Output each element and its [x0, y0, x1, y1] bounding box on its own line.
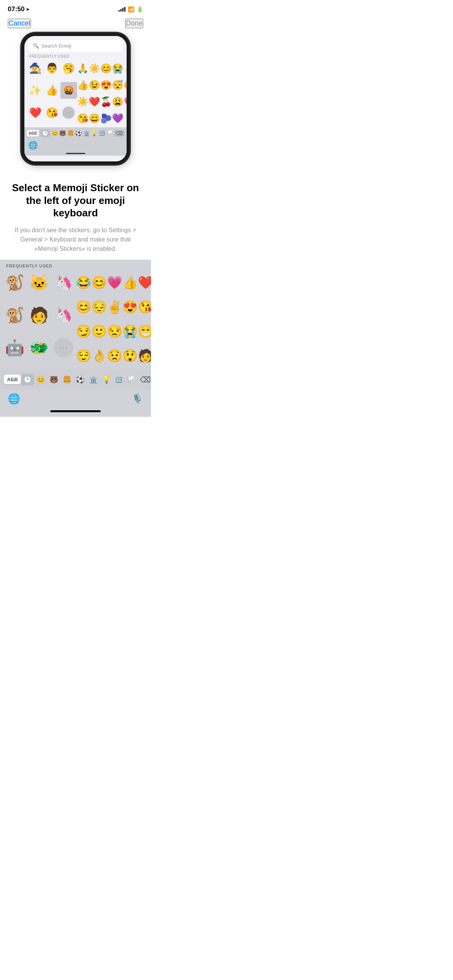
emoji-hearteyes[interactable]: 😍	[122, 295, 138, 319]
phone-category-row: АБВ 🕐 😊 🐻 🍔 ⚽ 🏛️ 💡 🔣 🏳️ ⌫	[24, 127, 127, 139]
emoji-worried[interactable]: 😟	[107, 344, 122, 368]
emoji-ok[interactable]: 👌	[91, 344, 107, 368]
smiley-btn-phone[interactable]: 😊	[51, 130, 58, 136]
sports-btn-phone[interactable]: ⚽	[75, 130, 82, 136]
emoji-smirk[interactable]: 😏	[76, 319, 91, 344]
phone-emoji-area: 🧙 👨 🥱 ✨ 👍 🤬 ❤️ 😘 ··· 🙏	[24, 60, 127, 127]
search-placeholder: Search Emoji	[41, 43, 71, 49]
emoji-relieved2[interactable]: 😌	[76, 344, 91, 368]
sticker-cell[interactable]: 👨	[43, 60, 60, 77]
cancel-button[interactable]: Cancel	[8, 19, 31, 28]
emoji-cell[interactable]: 🫐	[100, 110, 112, 127]
emoji-heart-pink[interactable]: 💗	[107, 271, 122, 295]
emoji-cell[interactable]: 😘	[77, 110, 89, 127]
food-category-btn[interactable]: 🍔	[60, 374, 74, 385]
sticker-unicorn[interactable]: 🦄	[51, 271, 76, 295]
emoji-cell[interactable]: 😊	[100, 60, 112, 77]
phone-kb-bottom: АБВ 🕐 😊 🐻 🍔 ⚽ 🏛️ 💡 🔣 🏳️ ⌫ 🌐	[24, 127, 127, 156]
emoji-laughing[interactable]: 😂	[76, 271, 91, 295]
emoji-cell[interactable]: 🙏	[77, 60, 89, 77]
microphone-button[interactable]: 🎙️	[132, 393, 143, 404]
delete-button[interactable]: ⌫	[137, 373, 151, 386]
emoji-cell[interactable]: 😍	[100, 77, 112, 93]
sticker-robot[interactable]: 🤖	[2, 336, 27, 360]
emoji-heart-red[interactable]: ❤️	[138, 271, 151, 295]
emoji-cell[interactable]: 😊	[124, 77, 127, 93]
emoji-cell[interactable]: 😴	[112, 77, 124, 93]
abc-btn-phone[interactable]: АБВ	[27, 130, 39, 137]
emoji-astonished[interactable]: 😲	[122, 344, 138, 368]
recent-category-btn[interactable]: 🕐	[21, 374, 34, 385]
keyboard-main-grid: 🐒 🐱 🦄 🐒 🧑 🦄 🤖 🐲 ··· 😂 😊 💗 👍	[0, 271, 151, 370]
sticker-cell[interactable]: ✨	[27, 82, 43, 99]
keyboard-bottom-actions: 🌐 🎙️	[0, 390, 151, 407]
phone-mockup-wrapper: 🔍 Search Emoji FREQUENTLY USED 🧙 👨 🥱 ✨ 👍…	[0, 33, 151, 172]
sticker-cell[interactable]: 🧙	[27, 60, 43, 77]
done-button[interactable]: Done	[125, 19, 143, 28]
emoji-smiling2[interactable]: 😊	[76, 295, 91, 319]
sports-category-btn[interactable]: ⚽	[74, 374, 87, 385]
more-dots: ···	[60, 343, 67, 352]
emoji-keyboard-section: FREQUENTLY USED 🐒 🐱 🦄 🐒 🧑 🦄 🤖 🐲 ···	[0, 260, 151, 407]
abc-button[interactable]: АБВ	[4, 375, 21, 384]
sticker-column: 🐒 🐱 🦄 🐒 🧑 🦄 🤖 🐲 ···	[2, 271, 76, 368]
objects-btn-phone[interactable]: 💡	[91, 130, 98, 136]
globe-btn-phone[interactable]: 🌐	[28, 140, 38, 150]
delete-btn-phone[interactable]: ⌫	[114, 130, 124, 137]
emoji-person-shrug[interactable]: 🧑	[138, 344, 151, 368]
sticker-cat[interactable]: 🐱	[27, 271, 51, 295]
emoji-victory[interactable]: ✌️	[107, 295, 122, 319]
sticker-monkey[interactable]: 🐒	[2, 271, 27, 295]
globe-button[interactable]: 🌐	[8, 393, 20, 405]
emoji-relieved[interactable]: 😔	[91, 295, 107, 319]
emoji-cell[interactable]: 💗	[124, 93, 127, 110]
sticker-dragon[interactable]: 🐲	[27, 336, 51, 360]
emoji-cell[interactable]: 😄	[89, 110, 100, 127]
sticker-cell[interactable]: ❤️	[27, 105, 43, 121]
emoji-cell[interactable]: 💜	[112, 110, 124, 127]
emoji-grinning[interactable]: 😁	[138, 319, 151, 344]
food-btn-phone[interactable]: 🍔	[67, 130, 74, 136]
emoji-cell[interactable]: ❤️	[89, 93, 100, 110]
emoji-cell[interactable]: 😭	[112, 60, 124, 77]
sticker-cell[interactable]: 👍	[43, 82, 60, 99]
sticker-unicorn2[interactable]: 🦄	[51, 303, 76, 327]
flags-category-btn[interactable]: 🏳️	[124, 374, 137, 385]
animals-category-btn[interactable]: 🐻	[47, 374, 60, 385]
animals-btn-phone[interactable]: 🐻	[59, 130, 66, 136]
sticker-cell[interactable]: 😘	[43, 105, 60, 121]
location-icon: ➤	[26, 7, 29, 12]
emoji-unamused[interactable]: 😒	[107, 319, 122, 344]
emoji-search-bar-phone[interactable]: 🔍 Search Emoji	[28, 40, 123, 52]
emoji-cell[interactable]: ☀️	[77, 93, 89, 110]
emoji-thumbsup[interactable]: 👍	[122, 271, 138, 295]
emoji-cell[interactable]: 🍒	[100, 93, 112, 110]
emoji-kiss[interactable]: 😘	[138, 295, 151, 319]
symbols-btn-phone[interactable]: 🔣	[99, 130, 105, 136]
objects-category-btn[interactable]: 💡	[100, 374, 113, 385]
smiley-category-btn[interactable]: 😊	[34, 374, 47, 385]
wifi-icon: 📶	[128, 6, 134, 12]
emoji-cell[interactable]: 😩	[112, 93, 124, 110]
emoji-cell[interactable]: 😉	[89, 77, 100, 93]
emoji-cell[interactable]: ☀️	[89, 60, 100, 77]
emoji-cell[interactable]: 👍	[77, 77, 89, 93]
travel-category-btn[interactable]: 🏛️	[87, 374, 100, 385]
symbols-category-btn[interactable]: 🔣	[113, 375, 124, 384]
sticker-cell[interactable]: 🥱	[60, 60, 77, 77]
emoji-neutral[interactable]: 🙂	[91, 319, 107, 344]
flags-btn-phone[interactable]: 🏳️	[106, 130, 113, 136]
emoji-smiling[interactable]: 😊	[91, 271, 107, 295]
emoji-crying[interactable]: 😭	[122, 319, 138, 344]
travel-btn-phone[interactable]: 🏛️	[83, 130, 90, 136]
search-icon: 🔍	[33, 43, 39, 49]
sticker-monkey2[interactable]: 🐒	[2, 303, 27, 327]
kb-category-row: АБВ 🕐 😊 🐻 🍔 ⚽ 🏛️ 💡 🔣 🏳️ ⌫	[0, 371, 151, 388]
more-sticker-btn[interactable]: ···	[60, 105, 77, 121]
emoji-cell[interactable]: 👌	[124, 60, 127, 77]
sticker-cell[interactable]: 🤬	[60, 82, 77, 99]
recent-btn-phone[interactable]: 🕐	[40, 129, 50, 137]
sticker-person[interactable]: 🧑	[27, 303, 51, 327]
more-sticker-main[interactable]: ···	[51, 336, 76, 360]
signal-bars	[118, 7, 125, 12]
